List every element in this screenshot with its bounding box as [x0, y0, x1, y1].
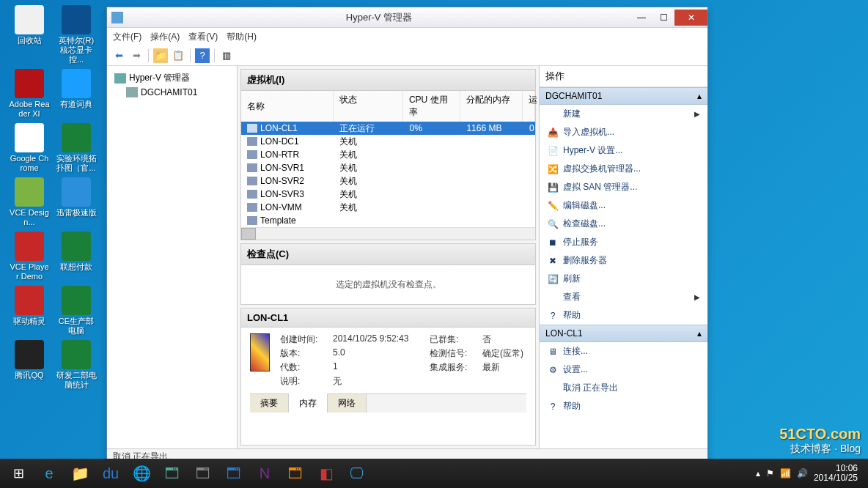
- actions-section-server[interactable]: DGCHAMIT01▴: [540, 87, 707, 105]
- arrow-icon: ▶: [694, 293, 700, 301]
- action-item[interactable]: 🔀虚拟交换机管理器...: [540, 160, 707, 178]
- vm-columns[interactable]: 名称 状态 CPU 使用率 分配的内存 运: [241, 91, 535, 122]
- actions-section-vm[interactable]: LON-CL1▴: [540, 325, 707, 342]
- desktop-icon[interactable]: 实验环境拓扑图（官...: [54, 122, 98, 174]
- action-item[interactable]: 🔄刷新: [540, 270, 707, 288]
- action-item[interactable]: 📄Hyper-V 设置...: [540, 141, 707, 160]
- action-item[interactable]: 查看▶: [540, 288, 707, 306]
- desktop-icon[interactable]: VCE Player Demo: [7, 230, 51, 283]
- desktop-icon[interactable]: 驱动精灵: [7, 284, 51, 337]
- action-icon: 🖥: [547, 346, 559, 358]
- action-item[interactable]: ⏹停止服务: [540, 233, 707, 251]
- start-button[interactable]: ⊞: [3, 459, 34, 488]
- action-icon: ✖: [547, 255, 559, 267]
- menu-action[interactable]: 操作(A): [150, 31, 180, 43]
- task-explorer[interactable]: 📁: [65, 459, 95, 488]
- details-panel: LON-CL1 创建时间:2014/10/25 9:52:43 已群集:否 版本…: [240, 308, 536, 446]
- task-app2[interactable]: 🗔: [188, 459, 218, 488]
- tree-root[interactable]: Hyper-V 管理器: [111, 70, 232, 86]
- h-scrollbar[interactable]: [241, 227, 535, 240]
- tab-memory[interactable]: 内存: [289, 393, 328, 413]
- desktop-icon[interactable]: CE生产部电脑: [54, 284, 98, 337]
- close-button[interactable]: ✕: [674, 10, 707, 26]
- collapse-icon: ▴: [697, 91, 702, 101]
- task-ie[interactable]: e: [34, 459, 65, 488]
- tray-flag-icon[interactable]: ⚑: [766, 468, 774, 478]
- action-item[interactable]: ✏️编辑磁盘...: [540, 196, 707, 215]
- task-app1[interactable]: 🗔: [157, 459, 188, 488]
- vm-row[interactable]: LON-DC1关机: [241, 135, 535, 148]
- titlebar[interactable]: Hyper-V 管理器 — ☐ ✕: [107, 7, 707, 28]
- arrow-icon: ▶: [694, 110, 700, 118]
- tray-volume-icon[interactable]: 🔊: [797, 468, 808, 478]
- action-item[interactable]: 🖥连接...: [540, 342, 707, 361]
- action-item[interactable]: 💾虚拟 SAN 管理器...: [540, 178, 707, 196]
- menu-help[interactable]: 帮助(H): [227, 31, 257, 43]
- menu-view[interactable]: 查看(V): [188, 31, 218, 43]
- action-item[interactable]: ⚙设置...: [540, 361, 707, 379]
- action-item[interactable]: 📥导入虚拟机...: [540, 123, 707, 141]
- vm-row[interactable]: LON-RTR关机: [241, 148, 535, 161]
- task-baidu[interactable]: du: [95, 459, 126, 488]
- action-item[interactable]: ?帮助: [540, 306, 707, 325]
- vm-row[interactable]: LON-SVR1关机: [241, 161, 535, 174]
- action-icon: ⚙: [547, 364, 559, 376]
- desktop-icon[interactable]: 英特尔(R) 核芯显卡控...: [54, 4, 98, 66]
- vm-thumbnail[interactable]: [250, 333, 270, 371]
- action-icon: [547, 382, 559, 394]
- folder-icon[interactable]: 📁: [153, 48, 168, 63]
- menu-file[interactable]: 文件(F): [113, 31, 141, 43]
- action-item[interactable]: ?帮助: [540, 397, 707, 415]
- properties-icon[interactable]: 📋: [171, 48, 185, 63]
- vm-icon: [247, 203, 257, 212]
- vm-row[interactable]: LON-SVR3关机: [241, 188, 535, 201]
- back-button[interactable]: ⬅: [111, 48, 126, 63]
- task-app5[interactable]: ◧: [311, 459, 342, 488]
- desktop-icon[interactable]: 有道词典: [54, 67, 98, 120]
- desktop-icon[interactable]: Adobe Reader XI: [7, 67, 51, 120]
- action-icon: 📥: [547, 127, 559, 138]
- checkpoints-header: 检查点(C): [241, 244, 535, 265]
- desktop-icon[interactable]: 联想付款: [54, 230, 98, 283]
- watermark: 51CTO.com 技术博客 · Blog: [779, 426, 861, 456]
- tree-server[interactable]: DGCHAMIT01: [111, 86, 232, 99]
- toolbar: ⬅ ➡ 📁 📋 ? ▥: [107, 45, 707, 66]
- action-item[interactable]: 🔍检查磁盘...: [540, 215, 707, 233]
- vm-row[interactable]: LON-SVR2关机: [241, 174, 535, 188]
- tray-network-icon[interactable]: 📶: [780, 468, 791, 478]
- desktop-icon[interactable]: 迅雷极速版: [54, 176, 98, 229]
- clock[interactable]: 10:06 2014/10/25: [814, 464, 858, 483]
- tab-network[interactable]: 网络: [328, 394, 367, 413]
- panel-icon[interactable]: ▥: [219, 48, 234, 63]
- task-app4[interactable]: 🗔: [280, 459, 311, 488]
- vm-icon: [247, 137, 257, 146]
- vm-icon: [247, 216, 257, 225]
- maximize-button[interactable]: ☐: [652, 10, 674, 26]
- action-item[interactable]: ✖删除服务器: [540, 251, 707, 270]
- collapse-icon: ▴: [697, 328, 702, 339]
- vm-row[interactable]: LON-CL1正在运行0%1166 MB0: [241, 122, 535, 135]
- vm-row[interactable]: Template: [241, 214, 535, 227]
- action-icon: ?: [547, 310, 559, 322]
- desktop-icon[interactable]: 回收站: [7, 4, 51, 66]
- vm-row[interactable]: LON-VMM关机: [241, 201, 535, 214]
- task-onenote[interactable]: N: [249, 459, 280, 488]
- action-item[interactable]: 新建▶: [540, 105, 707, 123]
- forward-button[interactable]: ➡: [129, 48, 144, 63]
- help-icon[interactable]: ?: [195, 48, 210, 63]
- action-icon: [547, 108, 559, 120]
- desktop: 回收站英特尔(R) 核芯显卡控...Adobe Reader XI有道词典Goo…: [0, 0, 103, 454]
- task-app6[interactable]: 🖵: [342, 459, 372, 488]
- desktop-icon[interactable]: 腾讯QQ: [7, 339, 51, 391]
- desktop-icon[interactable]: VCE Design...: [7, 176, 51, 229]
- tray-up-icon[interactable]: ▴: [756, 468, 760, 478]
- task-chrome[interactable]: 🌐: [126, 459, 157, 488]
- actions-panel: 操作 DGCHAMIT01▴ 新建▶📥导入虚拟机...📄Hyper-V 设置..…: [539, 66, 707, 448]
- tab-summary[interactable]: 摘要: [250, 394, 289, 413]
- task-app3[interactable]: 🗔: [218, 459, 249, 488]
- desktop-icon[interactable]: 研发二部电脑统计: [54, 339, 98, 391]
- desktop-icon[interactable]: Google Chrome: [7, 122, 51, 174]
- system-tray[interactable]: ▴ ⚑ 📶 🔊 10:06 2014/10/25: [749, 464, 865, 483]
- minimize-button[interactable]: —: [630, 10, 652, 26]
- action-item[interactable]: 取消 正在导出: [540, 379, 707, 397]
